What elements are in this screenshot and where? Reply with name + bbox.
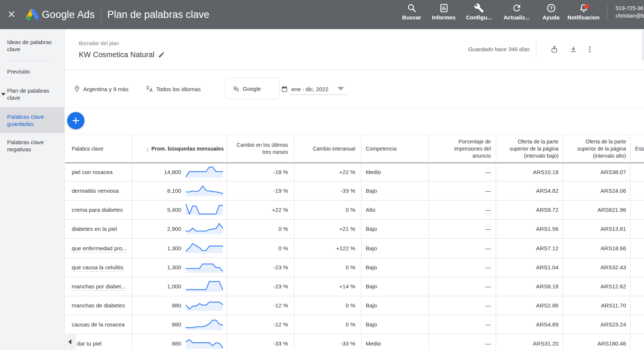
column-header-label: Cambio interanual	[313, 145, 355, 152]
cell-keyword: manchas por diabet...	[65, 277, 131, 296]
cell-competition: Alto	[361, 201, 428, 219]
notification-badge	[584, 4, 589, 9]
cell-impression-share: —	[428, 315, 496, 334]
settings-icon	[474, 3, 484, 13]
sidebar-item-3[interactable]: Plan de palabras clave	[0, 84, 65, 104]
cell-top-bid-low: ARS2.86	[496, 296, 563, 315]
sidebar-item-1[interactable]: Ideas de palabras clave	[0, 36, 65, 55]
column-header-9[interactable]: Estado	[630, 135, 644, 162]
edit-pencil-icon[interactable]	[158, 51, 165, 58]
cell-avg-searches: 880	[131, 334, 181, 350]
expand-caret-icon[interactable]	[1, 93, 6, 96]
cell-top-bid-high: ARS13.81	[563, 220, 630, 238]
cell-avg-searches: 880	[131, 315, 181, 334]
column-header-3[interactable]: Cambio en los últimos tres meses	[227, 135, 294, 162]
column-header-label: Competencia	[366, 145, 397, 152]
column-divider	[496, 134, 496, 350]
cell-top-bid-low: ARS1.04	[496, 258, 563, 277]
search-trend-sparkline	[185, 261, 224, 273]
cell-top-bid-high: ARS180.46	[563, 334, 630, 350]
column-header-label: Oferta de la parte superior de la página…	[510, 138, 558, 159]
cell-avg-searches: 14,800	[131, 163, 181, 181]
column-divider	[131, 134, 132, 350]
cell-three-month-change: +22 %	[227, 201, 294, 219]
date-dropdown-caret-icon[interactable]	[337, 87, 344, 90]
cell-competition: Bajo	[361, 258, 428, 277]
search-trend-sparkline	[185, 222, 224, 234]
cell-avg-searches: 8,100	[131, 182, 181, 200]
cell-impression-share: —	[428, 220, 496, 238]
cell-top-bid-high: ARS32.43	[563, 258, 630, 277]
cell-top-bid-low: ARS1.56	[496, 220, 563, 238]
sidebar-item-5[interactable]: Palabras clave negativas	[0, 133, 65, 158]
account-info[interactable]: 519-725-36 christian@b	[616, 4, 644, 19]
search-trend-sparkline	[185, 203, 224, 215]
cell-keyword: dermatitis nerviosa	[65, 182, 131, 200]
column-header-label: Prom. búsquedas mensuales	[151, 145, 224, 152]
add-keywords-button[interactable]	[67, 112, 84, 129]
cell-three-month-change: 0 %	[227, 239, 294, 258]
table-row-5[interactable]: que enfermedad pro...1,3000 %+122 %Bajo—…	[65, 239, 644, 258]
cell-keyword: que enfermedad pro...	[65, 239, 131, 258]
keyword-plan-page: Google Ads Plan de palabras clave Buscar…	[0, 0, 644, 350]
language-filter[interactable]: Todos los idiomas	[146, 84, 201, 94]
cell-impression-share: —	[428, 277, 496, 296]
sidebar-item-4[interactable]: Palabras clave guardadas	[0, 107, 65, 133]
column-header-6[interactable]: Porcentaje de impresiones del anuncio	[428, 135, 496, 162]
table-row-2[interactable]: dermatitis nerviosa8,100-19 %-33 %Bajo—A…	[65, 182, 644, 201]
sidebar-item-label: Palabras clave negativas	[0, 139, 60, 153]
column-header-7[interactable]: Oferta de la parte superior de la página…	[496, 135, 563, 162]
appbar-divider	[101, 7, 101, 22]
cell-impression-share: —	[428, 296, 496, 315]
vertical-scrollbar[interactable]	[642, 30, 644, 61]
more-options-icon[interactable]	[586, 45, 594, 53]
cell-top-bid-high: ARS38.07	[563, 163, 630, 181]
table-row-7[interactable]: manchas por diabet...1,000-23 %+14 %Bajo…	[65, 277, 644, 296]
cell-top-bid-low: ARS7.12	[496, 239, 563, 258]
scroll-left-arrow-icon	[68, 339, 71, 344]
share-icon[interactable]	[550, 45, 558, 53]
table-row-9[interactable]: causas de la rosacea880-12 %0 %Bajo—ARS4…	[65, 315, 644, 334]
cell-yoy-change: 0 %	[294, 258, 361, 277]
column-header-1[interactable]: Palabra clave	[65, 135, 131, 162]
sidebar-item-label: Plan de palabras clave	[0, 87, 60, 101]
column-header-4[interactable]: Cambio interanual	[294, 135, 361, 162]
column-header-5[interactable]: Competencia	[361, 135, 428, 162]
cell-competition: Bajo	[361, 315, 428, 334]
download-icon[interactable]	[569, 45, 578, 53]
saved-status: Guardado hace 346 días	[468, 46, 530, 52]
network-filter[interactable]: Google	[225, 78, 279, 99]
cell-yoy-change: 0 %	[294, 201, 361, 219]
date-range-filter[interactable]: ene - dic, 2022	[281, 84, 328, 94]
cell-top-bid-high: ARS621.96	[563, 201, 630, 219]
location-pin-icon	[73, 85, 81, 93]
section-divider-2	[65, 108, 644, 108]
column-header-label: Oferta de la parte superior de la página…	[577, 138, 626, 159]
cell-avg-searches: 880	[131, 296, 181, 315]
table-row-10[interactable]: dar tu piel880-33 %-33 %Medio—ARS31.20AR…	[65, 334, 644, 350]
table-row-4[interactable]: diabetes en la piel2,9000 %+21 %Bajo—ARS…	[65, 220, 644, 239]
cell-yoy-change: 0 %	[294, 296, 361, 315]
table-row-3[interactable]: crema para diabetes5,400+22 %0 %Alto—ARS…	[65, 201, 644, 220]
date-range-label: ene - dic, 2022	[291, 86, 328, 92]
nav-notifications[interactable]: Notificaciones	[561, 3, 606, 22]
cell-impression-share: —	[428, 163, 496, 181]
close-icon[interactable]	[7, 10, 16, 18]
search-trend-sparkline	[185, 318, 224, 330]
cell-yoy-change: +22 %	[294, 163, 361, 181]
cell-avg-searches: 2,900	[131, 220, 181, 238]
cell-three-month-change: -33 %	[227, 334, 294, 350]
table-row-8[interactable]: manchas de diabetes880-12 %0 %Bajo—ARS2.…	[65, 296, 644, 315]
sidebar-item-2[interactable]: Previsión	[0, 63, 65, 80]
toolbar-divider	[536, 40, 536, 58]
location-filter[interactable]: Argentina y 9 más	[73, 84, 129, 94]
scroll-left-button[interactable]	[65, 334, 76, 350]
cell-competition: Bajo	[361, 296, 428, 315]
table-row-6[interactable]: que causa la celulitis1,300-23 %0 %Bajo—…	[65, 258, 644, 277]
cell-top-bid-low: ARS4.82	[496, 182, 563, 200]
table-row-1[interactable]: piel con rosacea14,800-18 %+22 %Medio—AR…	[65, 163, 644, 182]
cell-top-bid-low: ARS4.89	[496, 315, 563, 334]
column-header-2[interactable]: ↓Prom. búsquedas mensuales	[131, 135, 227, 162]
cell-three-month-change: -23 %	[227, 277, 294, 296]
column-header-8[interactable]: Oferta de la parte superior de la página…	[563, 135, 630, 162]
